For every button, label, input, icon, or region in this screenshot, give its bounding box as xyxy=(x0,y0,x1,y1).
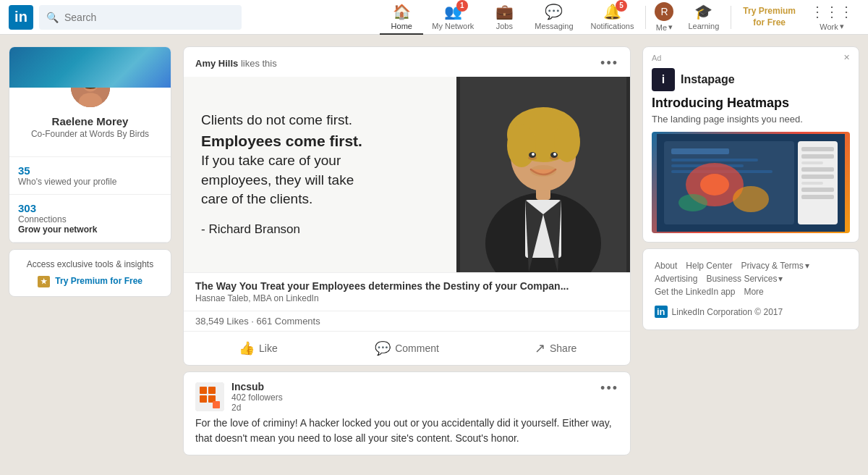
ad-image xyxy=(652,132,850,233)
nav-learning-label: Learning xyxy=(688,22,719,30)
network-icon: 👥 1 xyxy=(444,3,462,20)
svg-rect-25 xyxy=(200,395,207,403)
svg-rect-27 xyxy=(213,401,220,408)
post1-actor-name[interactable]: Amy Hills xyxy=(195,58,238,69)
footer-link-app[interactable]: Get the LinkedIn app xyxy=(655,287,735,297)
svg-rect-45 xyxy=(801,188,834,192)
nav-learning[interactable]: 🎓 Learning xyxy=(679,0,728,35)
profile-title: Co-Founder at Words By Birds xyxy=(18,129,162,139)
nav-messaging[interactable]: 💬 Messaging xyxy=(526,0,582,35)
share-label: Share xyxy=(550,342,576,354)
work-chevron-icon: ▾ xyxy=(840,22,844,31)
nav-messaging-label: Messaging xyxy=(535,22,573,30)
comment-icon: 💬 xyxy=(375,340,391,356)
quote-line5: care of the clients. xyxy=(201,190,439,209)
post1-stats: 38,549 Likes · 661 Comments xyxy=(184,311,630,331)
footer-link-more[interactable]: More xyxy=(744,287,763,297)
nav-network[interactable]: 👥 1 My Network xyxy=(423,0,482,35)
post1-actor-action: likes this xyxy=(241,58,277,69)
footer-link-advertising[interactable]: Advertising xyxy=(655,274,697,284)
post2-author-info: Incsub 402 followers 2d xyxy=(195,381,283,413)
post1-more[interactable]: ••• xyxy=(600,56,618,71)
premium-card: Access exclusive tools & insights ★ Try … xyxy=(9,249,171,297)
nav-divider xyxy=(645,6,646,29)
home-icon: 🏠 xyxy=(393,3,411,20)
ad-brand-row: i Instapage xyxy=(652,68,850,91)
ad-x-icon[interactable]: ✕ xyxy=(843,53,850,62)
ad-header: Ad ✕ xyxy=(643,47,859,68)
profile-views-num: 35 xyxy=(18,164,162,177)
svg-rect-42 xyxy=(801,167,834,172)
profile-views-stat[interactable]: 35 Who's viewed your profile xyxy=(9,157,171,195)
notifications-icon: 🔔 5 xyxy=(603,3,621,20)
post1-link-preview[interactable]: The Way You Treat your Employees determi… xyxy=(184,272,630,311)
post1-link-sub: Hasnae Taleb, MBA on LinkedIn xyxy=(195,293,618,303)
footer-link-business[interactable]: Business Services ▾ xyxy=(706,274,783,284)
ad-card: Ad ✕ i Instapage Introducing Heatmaps Th… xyxy=(642,46,859,243)
svg-point-11 xyxy=(507,124,536,167)
post1-header: Amy Hills likes this ••• xyxy=(184,47,630,77)
nav-items: 🏠 Home 👥 1 My Network 💼 Jobs 💬 Messaging… xyxy=(380,0,859,35)
premium-badge-icon: ★ xyxy=(38,276,50,287)
nav-work-label: Work xyxy=(820,22,838,31)
nav-jobs[interactable]: 💼 Jobs xyxy=(482,0,526,35)
nav-me-label: Me xyxy=(656,23,667,32)
nav-notifications[interactable]: 🔔 5 Notifications xyxy=(582,0,643,35)
svg-point-35 xyxy=(700,174,729,196)
nav-me[interactable]: R Me ▾ xyxy=(649,0,679,35)
post-card-1: Amy Hills likes this ••• Clients do not … xyxy=(183,46,631,366)
linkedin-logo[interactable]: in xyxy=(9,5,33,30)
svg-rect-43 xyxy=(801,175,834,179)
nav-premium[interactable]: Try Premium for Free xyxy=(734,6,804,28)
share-icon: ↗ xyxy=(535,340,545,356)
premium-cta[interactable]: Try Premium for Free xyxy=(55,276,142,286)
footer-link-helpcenter[interactable]: Help Center xyxy=(686,261,732,271)
post2-company-name[interactable]: Incsub xyxy=(231,381,283,392)
nav-premium-line2: for Free xyxy=(753,17,786,29)
business-chevron-icon: ▾ xyxy=(778,274,783,284)
svg-rect-24 xyxy=(208,387,216,394)
footer-copyright: LinkedIn Corporation © 2017 xyxy=(672,307,783,317)
post2-more[interactable]: ••• xyxy=(600,381,618,396)
connections-link[interactable]: Grow your network xyxy=(18,224,162,235)
nav-home-label: Home xyxy=(391,22,412,30)
connections-stat[interactable]: 303 Connections Grow your network xyxy=(9,195,171,243)
svg-rect-40 xyxy=(801,154,834,159)
comment-button[interactable]: 💬 Comment xyxy=(333,333,482,363)
nav-jobs-label: Jobs xyxy=(496,22,513,30)
privacy-chevron-icon: ▾ xyxy=(805,261,809,271)
footer-link-privacy[interactable]: Privacy & Terms ▾ xyxy=(741,261,809,271)
search-input[interactable] xyxy=(64,12,234,23)
like-button[interactable]: 👍 Like xyxy=(184,333,333,363)
svg-rect-23 xyxy=(200,387,207,394)
profile-views-label: Who's viewed your profile xyxy=(18,177,162,187)
post2-time: 2d xyxy=(231,403,283,413)
connections-num: 303 xyxy=(18,202,162,214)
user-avatar-nav: R xyxy=(655,2,673,21)
jobs-icon: 💼 xyxy=(495,3,514,20)
svg-point-19 xyxy=(530,165,556,177)
footer-link-about[interactable]: About xyxy=(655,261,677,271)
post2-followers: 402 followers xyxy=(231,392,283,403)
person-section xyxy=(456,77,630,272)
post2-company-logo xyxy=(195,382,224,411)
premium-cta-wrap: ★ Try Premium for Free xyxy=(18,275,162,287)
notifications-badge: 5 xyxy=(616,0,627,12)
search-bar[interactable]: 🔍 xyxy=(39,5,242,30)
profile-banner xyxy=(9,47,171,88)
work-icon: ⋮⋮⋮ xyxy=(810,3,854,20)
ad-title: Introducing Heatmaps xyxy=(652,96,850,111)
svg-point-17 xyxy=(532,153,535,156)
quote-line3: If you take care of your xyxy=(201,151,439,171)
li-logo-in: in xyxy=(655,306,668,318)
nav-home[interactable]: 🏠 Home xyxy=(380,0,423,35)
connections-label: Connections xyxy=(18,214,162,224)
like-label: Like xyxy=(259,342,278,354)
profile-name[interactable]: Raelene Morey xyxy=(18,115,162,127)
share-button[interactable]: ↗ Share xyxy=(481,333,630,363)
ad-brand-name: Instapage xyxy=(681,73,735,86)
nav-work[interactable]: ⋮⋮⋮ Work ▾ xyxy=(804,0,859,35)
quote-line1: Clients do not come first. xyxy=(201,111,439,130)
nav-premium-line1: Try Premium xyxy=(743,6,796,17)
ad-content: i Instapage Introducing Heatmaps The lan… xyxy=(643,68,859,242)
